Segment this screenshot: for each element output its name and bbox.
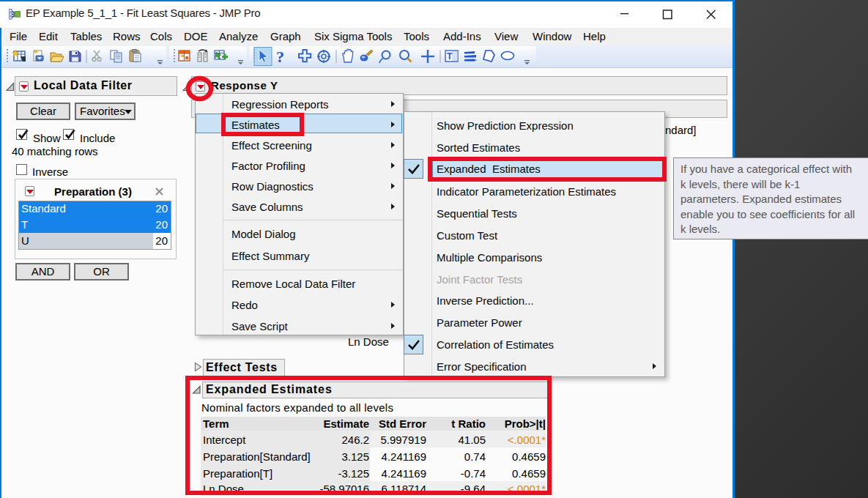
svg-text:T: T <box>447 51 453 62</box>
svg-text:?: ? <box>276 48 284 66</box>
